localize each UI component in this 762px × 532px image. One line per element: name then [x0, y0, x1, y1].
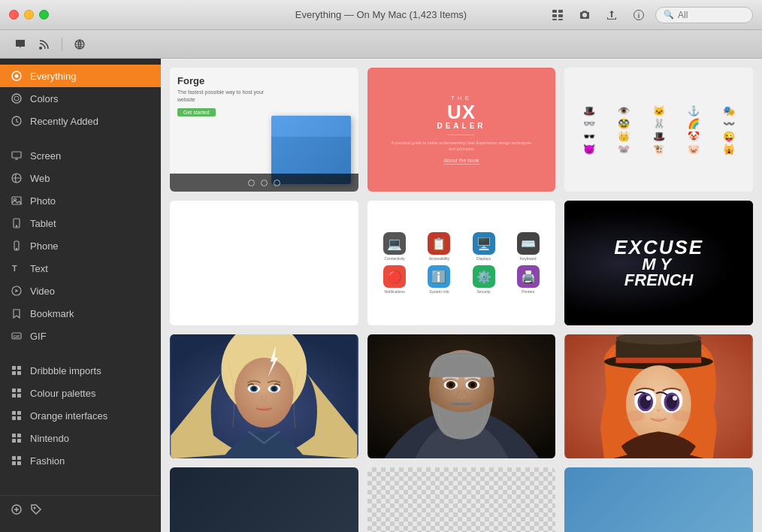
card-anime-girl[interactable]	[564, 334, 753, 458]
sidebar-item-text[interactable]: T Text	[0, 257, 161, 280]
card-campfire[interactable]: 🌙 🔥 🪵	[170, 201, 358, 325]
traffic-lights	[9, 10, 49, 20]
camera-icon[interactable]	[574, 5, 595, 26]
palette-icon	[11, 387, 23, 399]
svg-point-13	[14, 96, 19, 101]
sidebar-item-orange-label: Orange interfaces	[30, 410, 107, 422]
svg-rect-2	[552, 14, 557, 17]
svg-rect-45	[12, 461, 16, 465]
sidebar-item-video[interactable]: Video	[0, 280, 161, 302]
sidebar-item-bookmark[interactable]: Bookmark	[0, 302, 161, 325]
maximize-button[interactable]	[39, 10, 49, 20]
sidebar-item-web-label: Web	[30, 173, 50, 184]
sidebar-item-phone[interactable]: Phone	[0, 234, 161, 257]
sidebar-item-dribbble-label: Dribbble imports	[30, 365, 101, 376]
image-grid: Forge The fastest possible way to host y…	[170, 68, 753, 532]
window-title: Everything — On My Mac (1,423 Items)	[295, 9, 467, 20]
svg-rect-15	[12, 152, 21, 158]
svg-rect-44	[17, 456, 21, 460]
svg-point-65	[448, 382, 452, 387]
sidebar-item-fashion-label: Fashion	[30, 455, 65, 467]
svg-rect-42	[17, 439, 21, 443]
nintendo-icon	[11, 432, 23, 444]
sidebar-item-fashion[interactable]: Fashion	[0, 449, 161, 472]
sidebar-item-text-label: Text	[30, 263, 48, 274]
close-button[interactable]	[9, 10, 19, 20]
svg-rect-40	[17, 434, 21, 437]
svg-rect-71	[616, 358, 702, 363]
svg-rect-35	[12, 411, 16, 415]
sidebar-item-nintendo[interactable]: Nintendo	[0, 427, 161, 449]
sidebar-item-colour-palettes-label: Colour palettes	[30, 388, 95, 399]
card-ux-dealer[interactable]: THE UX DEALER A practical guide to bette…	[367, 68, 556, 192]
share-icon[interactable]	[601, 5, 622, 26]
svg-text:T: T	[12, 264, 17, 273]
dribbble-icon	[11, 364, 23, 376]
web-icon	[11, 172, 23, 184]
globe-icon[interactable]	[70, 35, 89, 54]
sidebar-item-gif-label: GIF	[30, 331, 47, 342]
content-area: Forge The fastest possible way to host y…	[161, 59, 762, 532]
sidebar-item-screen[interactable]: Screen	[0, 144, 161, 167]
svg-point-48	[34, 507, 36, 509]
minimize-button[interactable]	[24, 10, 34, 20]
card-elf-portrait[interactable]	[170, 334, 358, 458]
clock-icon	[11, 115, 23, 127]
sidebar-item-photo[interactable]: Photo	[0, 189, 161, 212]
screen-icon	[11, 150, 23, 162]
card-partial-transparent[interactable]	[367, 467, 556, 532]
svg-rect-38	[17, 416, 21, 420]
svg-point-80	[673, 396, 677, 401]
svg-text:GIF: GIF	[14, 334, 21, 339]
svg-rect-31	[12, 388, 16, 392]
card-forge[interactable]: Forge The fastest possible way to host y…	[170, 68, 358, 192]
card-partial-dark[interactable]	[170, 467, 358, 532]
sidebar-item-gif[interactable]: GIF GIF	[0, 325, 161, 347]
book-icon[interactable]	[11, 35, 30, 54]
grid-view-icon[interactable]	[547, 5, 568, 26]
phone-icon	[11, 240, 23, 252]
sidebar-item-photo-label: Photo	[30, 195, 56, 207]
divider	[62, 38, 62, 51]
card-old-man-portrait[interactable]	[367, 334, 556, 458]
sidebar-item-everything[interactable]: Everything	[0, 65, 161, 87]
sidebar-item-colour-palettes[interactable]: Colour palettes	[0, 382, 161, 404]
svg-point-8	[39, 47, 42, 50]
icon-bar	[0, 30, 762, 59]
sidebar-item-dribbble[interactable]: Dribbble imports	[0, 359, 161, 382]
card-partial-blue[interactable]	[564, 467, 753, 532]
sidebar-item-screen-label: Screen	[30, 150, 61, 162]
card-excuse-my-french[interactable]: EXCUSE MY FRENCH	[564, 201, 753, 325]
sidebar-item-recently-added[interactable]: Recently Added	[0, 110, 161, 132]
svg-rect-33	[12, 394, 16, 397]
svg-rect-1	[558, 10, 563, 13]
search-box[interactable]: 🔍	[655, 7, 753, 23]
svg-rect-36	[17, 411, 21, 415]
info-icon[interactable]: i	[628, 5, 649, 26]
svg-rect-27	[12, 366, 16, 370]
svg-rect-0	[552, 10, 557, 13]
svg-rect-34	[17, 394, 21, 397]
sidebar-item-phone-label: Phone	[30, 240, 59, 252]
card-mac-settings[interactable]: 💻 Connectivity 📋 Accessibility 🖥️ Displa…	[367, 201, 556, 325]
fashion-icon	[11, 455, 23, 467]
search-input[interactable]	[678, 10, 749, 20]
sidebar-item-everything-label: Everything	[30, 71, 76, 82]
toolbar-right: i 🔍	[547, 5, 753, 26]
sidebar-item-tablet[interactable]: Tablet	[0, 212, 161, 234]
rss-icon[interactable]	[35, 35, 54, 54]
sidebar-item-colors[interactable]: Colors	[0, 87, 161, 110]
svg-rect-46	[17, 461, 21, 465]
svg-rect-5	[558, 19, 563, 20]
ux-cta: About the book	[443, 158, 479, 165]
add-icon[interactable]	[11, 503, 23, 518]
sidebar-item-web[interactable]: Web	[0, 167, 161, 189]
svg-point-11	[15, 74, 19, 78]
svg-rect-17	[12, 197, 21, 204]
card-emoji-faces[interactable]: 🎩 👁️ 🐱 ⚓ 🎭 👓 🥸 🐰 🌈 〰️ 🕶️ 👑	[564, 68, 753, 192]
sidebar-item-orange[interactable]: Orange interfaces	[0, 404, 161, 427]
svg-point-82	[673, 410, 691, 421]
svg-rect-3	[558, 14, 563, 17]
tag-icon[interactable]	[30, 503, 42, 518]
photo-icon	[11, 195, 23, 207]
